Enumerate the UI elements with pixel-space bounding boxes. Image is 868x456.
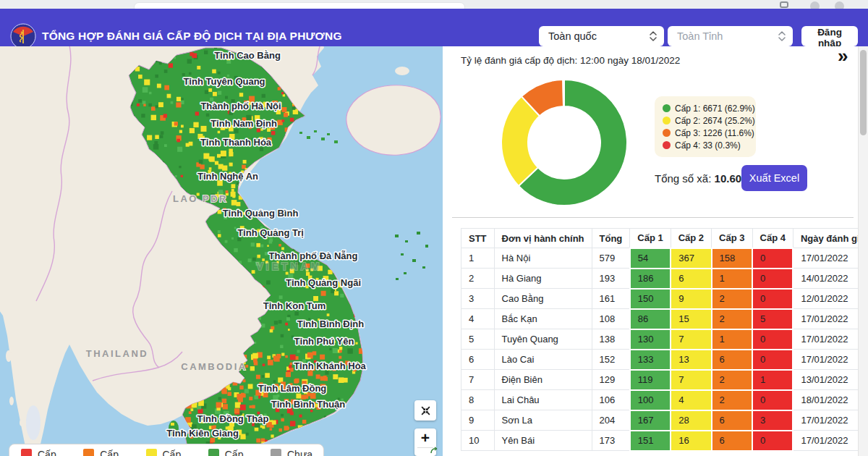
table-row[interactable]: 10Yên Bái173151166017/01/2022 xyxy=(461,431,868,451)
province-label: Tỉnh Tuyên Quang xyxy=(183,76,265,87)
cell-cap2: 16 xyxy=(671,431,711,451)
cell-date: 12/01/2022 xyxy=(793,289,868,309)
cell-total: 152 xyxy=(592,350,630,370)
legend-square-icon xyxy=(146,449,157,456)
table-row[interactable]: 2Hà Giang19318661014/01/2022 xyxy=(461,269,868,289)
table-row[interactable]: 4Bắc Kạn10886152517/01/2022 xyxy=(461,309,868,329)
cell-cap2: 6 xyxy=(671,269,711,289)
chart-legend-label: Cấp 1: 6671 (62.9%) xyxy=(675,104,755,114)
cell-total: 204 xyxy=(592,410,630,431)
cell-total: 161 xyxy=(592,289,630,309)
cell-cap1: 186 xyxy=(630,269,671,289)
province-label: Tỉnh Phú Yên xyxy=(294,336,354,347)
login-button[interactable]: Đăng nhập xyxy=(801,26,858,46)
legend-dot-icon xyxy=(663,141,671,149)
table-row[interactable]: 3Cao Bằng16115092012/01/2022 xyxy=(461,289,868,309)
cell-date: 17/01/2022 xyxy=(793,248,868,269)
cell-cap2: 13 xyxy=(671,350,711,370)
cell-stt: 7 xyxy=(461,370,495,390)
chart-legend-item: Cấp 2: 2674 (25.2%) xyxy=(663,114,748,127)
province-select[interactable]: Toàn Tỉnh xyxy=(668,26,793,46)
map-container[interactable]: LAO PDRTHAILANDCAMBODIAVIETNAMTỉnh Cao B… xyxy=(0,46,443,456)
cell-total: 138 xyxy=(592,329,630,350)
cell-name: Sơn La xyxy=(494,410,592,431)
cell-cap3: 6 xyxy=(712,410,752,431)
page-scrollbar[interactable] xyxy=(858,46,868,456)
zoom-in-button[interactable]: + xyxy=(421,428,430,447)
cell-cap4: 0 xyxy=(752,289,793,309)
map-legend-item: Chưa rõ xyxy=(271,449,323,456)
cell-cap4: 5 xyxy=(752,309,793,329)
province-label: Tỉnh Nam Định xyxy=(210,118,277,129)
table-header: STTĐơn vị hành chínhTổngCấp 1Cấp 2Cấp 3C… xyxy=(461,229,868,248)
total-communes-label: Tổng số xã: xyxy=(655,172,711,185)
map-legend-label: Cấp 1 xyxy=(225,449,251,456)
cell-cap2: 7 xyxy=(671,370,711,390)
province-label: Tỉnh Quảng Trị xyxy=(237,227,304,238)
cell-stt: 3 xyxy=(461,289,495,309)
export-excel-button[interactable]: Xuất Excel xyxy=(741,165,807,191)
chart-title: Tỷ lệ đánh giá cấp độ dịch: 12:00 ngày 1… xyxy=(461,55,680,66)
table-row[interactable]: 6Lào Cai152133136017/01/2022 xyxy=(461,350,868,370)
browser-extension-icon[interactable] xyxy=(780,1,788,8)
cell-cap3: 158 xyxy=(712,248,752,269)
table-body: 1Hà Nội57954367158017/01/20222Hà Giang19… xyxy=(461,248,868,451)
cell-cap3: 2 xyxy=(712,309,752,329)
scrollbar-thumb[interactable] xyxy=(860,50,867,135)
table-row[interactable]: 1Hà Nội57954367158017/01/2022 xyxy=(461,248,868,269)
cell-stt: 5 xyxy=(461,329,495,350)
legend-square-icon xyxy=(208,449,219,456)
province-table: STTĐơn vị hành chínhTổngCấp 1Cấp 2Cấp 3C… xyxy=(461,228,868,452)
cell-total: 108 xyxy=(592,309,630,329)
cell-cap4: 0 xyxy=(752,350,793,370)
fullscreen-button[interactable] xyxy=(414,400,436,421)
column-header: Tổng xyxy=(592,229,630,248)
table-row[interactable]: 7Điện Biên12911972113/01/2022 xyxy=(461,370,868,390)
cell-name: Lào Cai xyxy=(494,350,592,370)
table-row[interactable]: 5Tuyên Quang13813071017/01/2022 xyxy=(461,329,868,350)
cell-cap1: 151 xyxy=(630,431,671,451)
cell-name: Hà Nội xyxy=(494,248,592,269)
cell-cap1: 150 xyxy=(630,289,671,309)
cell-name: Tuyên Quang xyxy=(494,329,592,350)
column-header: Cấp 1 xyxy=(630,229,671,248)
cell-cap3: 2 xyxy=(712,370,752,390)
cell-cap1: 54 xyxy=(630,248,671,269)
country-label: VIETNAM xyxy=(257,261,323,272)
cell-date: 17/01/2022 xyxy=(793,410,868,431)
column-header: STT xyxy=(461,229,495,248)
cell-cap3: 1 xyxy=(712,329,752,350)
map-legend-item: Cấp 2 xyxy=(146,449,189,456)
province-label: Thành phố Hà Nội xyxy=(200,101,281,111)
table-row[interactable]: 8Lai Châu10610042018/01/2022 xyxy=(461,390,868,410)
cell-stt: 8 xyxy=(461,390,495,410)
province-label: Tỉnh Nghệ An xyxy=(197,171,258,182)
map-legend-label: Chưa rõ xyxy=(287,449,323,456)
collapse-panel-icon[interactable]: » xyxy=(838,46,848,67)
table-row[interactable]: 9Sơn La204167286317/01/2022 xyxy=(461,410,868,431)
cell-date: 17/01/2022 xyxy=(793,350,868,370)
browser-profile-icon[interactable] xyxy=(810,1,820,9)
cell-stt: 10 xyxy=(461,431,495,451)
cell-cap3: 6 xyxy=(712,350,752,370)
map-legend-label: Cấp 4 xyxy=(38,449,64,456)
cell-name: Lai Châu xyxy=(494,390,592,410)
province-label: Tỉnh Thanh Hóa xyxy=(200,137,272,148)
chart-legend-item: Cấp 4: 33 (0.3%) xyxy=(663,139,748,151)
panel-divider xyxy=(452,217,854,218)
column-header: Ngày đánh giá xyxy=(793,229,868,248)
browser-menu-icon[interactable] xyxy=(835,1,844,9)
browser-omnibox[interactable] xyxy=(134,2,465,9)
legend-square-icon xyxy=(83,449,94,456)
stats-panel: Tỷ lệ đánh giá cấp độ dịch: 12:00 ngày 1… xyxy=(443,46,868,456)
cell-cap1: 167 xyxy=(630,410,671,431)
cell-cap1: 100 xyxy=(630,390,671,410)
map-attribution-icon xyxy=(430,446,438,455)
legend-dot-icon xyxy=(663,117,671,124)
region-select[interactable]: Toàn quốc xyxy=(539,26,664,46)
epidemic-level-donut-chart xyxy=(497,78,631,207)
browser-chrome-strip xyxy=(0,0,868,9)
legend-dot-icon xyxy=(663,104,671,112)
vietnam-epidemic-map[interactable]: LAO PDRTHAILANDCAMBODIAVIETNAMTỉnh Cao B… xyxy=(0,46,443,456)
cell-name: Yên Bái xyxy=(494,431,592,451)
